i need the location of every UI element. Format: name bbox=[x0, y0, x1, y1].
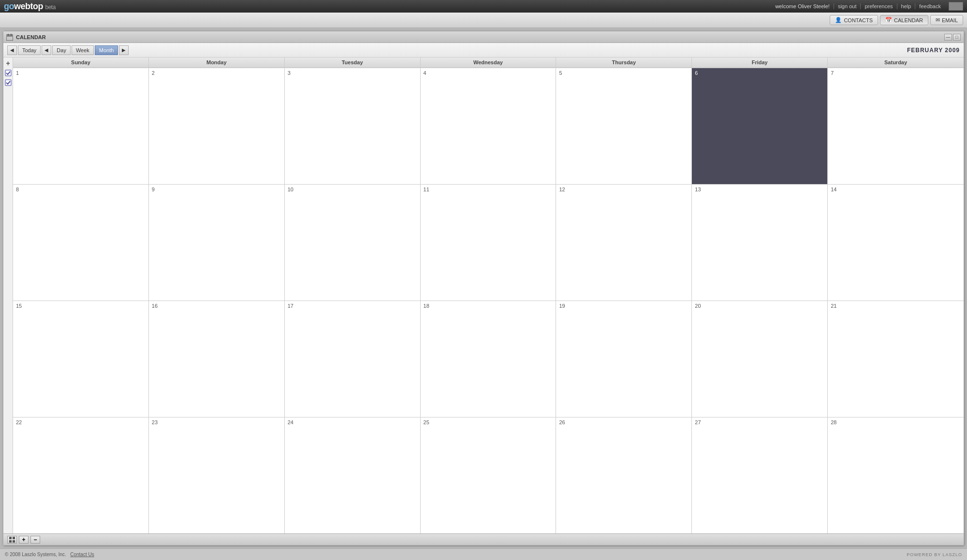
calendar-title-icon bbox=[6, 34, 13, 41]
day-cell-12[interactable]: 12 bbox=[556, 185, 692, 301]
day-cell-9[interactable]: 9 bbox=[149, 185, 285, 301]
day-cell-17[interactable]: 17 bbox=[285, 301, 421, 417]
week-view-button[interactable]: Week bbox=[72, 45, 94, 55]
zoom-out-button[interactable]: − bbox=[30, 536, 40, 544]
day-cell-14[interactable]: 14 bbox=[828, 185, 964, 301]
zoom-in-button[interactable]: + bbox=[19, 536, 29, 544]
day-cell-20[interactable]: 20 bbox=[692, 301, 828, 417]
svg-rect-5 bbox=[5, 80, 11, 86]
day-cell-5[interactable]: 5 bbox=[556, 68, 692, 184]
calendar-title: CALENDAR bbox=[6, 34, 46, 41]
window-controls: — □ bbox=[944, 34, 961, 41]
day-number-27: 27 bbox=[695, 419, 824, 425]
svg-rect-4 bbox=[5, 70, 11, 76]
logo: gowebtop beta bbox=[4, 1, 56, 12]
checkbox-icon-2[interactable] bbox=[4, 79, 12, 86]
help-link[interactable]: help bbox=[897, 3, 915, 9]
header-saturday: Saturday bbox=[828, 57, 964, 68]
day-number-16: 16 bbox=[152, 303, 281, 309]
day-view-button[interactable]: Day bbox=[52, 45, 71, 55]
day-cell-4[interactable]: 4 bbox=[421, 68, 557, 184]
header-thursday: Thursday bbox=[556, 57, 692, 68]
header-friday: Friday bbox=[692, 57, 828, 68]
checkbox-icon-1[interactable] bbox=[4, 69, 12, 77]
svg-rect-9 bbox=[13, 540, 15, 543]
maximize-button[interactable]: □ bbox=[953, 34, 961, 41]
day-cell-26[interactable]: 26 bbox=[556, 417, 692, 533]
day-cell-22[interactable]: 22 bbox=[13, 417, 149, 533]
calendar-grid: Sunday Monday Tuesday Wednesday Thursday… bbox=[13, 57, 964, 533]
prev-period-button[interactable]: ◀ bbox=[7, 45, 17, 55]
day-headers: Sunday Monday Tuesday Wednesday Thursday… bbox=[13, 57, 964, 68]
calendar-toolbar: ◀ Today ◀ Day Week Month ▶ FEBRUARY 2009 bbox=[3, 43, 964, 57]
day-number-9: 9 bbox=[152, 187, 281, 192]
day-cell-16[interactable]: 16 bbox=[149, 301, 285, 417]
day-cell-11[interactable]: 11 bbox=[421, 185, 557, 301]
feedback-link[interactable]: feedback bbox=[915, 3, 945, 9]
sidebar-panel: + bbox=[3, 57, 13, 533]
day-cell-25[interactable]: 25 bbox=[421, 417, 557, 533]
day-number-19: 19 bbox=[559, 303, 689, 309]
svg-rect-8 bbox=[9, 540, 12, 543]
day-cell-27[interactable]: 27 bbox=[692, 417, 828, 533]
day-number-21: 21 bbox=[831, 303, 961, 309]
month-view-button[interactable]: Month bbox=[95, 45, 118, 55]
day-number-10: 10 bbox=[288, 187, 417, 192]
day-cell-6[interactable]: 6 bbox=[692, 68, 828, 184]
logo-beta: beta bbox=[45, 4, 56, 11]
day-number-11: 11 bbox=[424, 187, 553, 192]
calendar-button[interactable]: 📅 CALENDAR bbox=[880, 15, 928, 25]
day-cell-18[interactable]: 18 bbox=[421, 301, 557, 417]
day-cell-24[interactable]: 24 bbox=[285, 417, 421, 533]
day-number-20: 20 bbox=[695, 303, 824, 309]
day-number-1: 1 bbox=[16, 70, 146, 76]
day-number-13: 13 bbox=[695, 187, 824, 192]
day-cell-23[interactable]: 23 bbox=[149, 417, 285, 533]
day-cell-1[interactable]: 1 bbox=[13, 68, 149, 184]
footer: © 2008 Laszlo Systems, Inc. Contact Us P… bbox=[0, 548, 967, 560]
day-cell-13[interactable]: 13 bbox=[692, 185, 828, 301]
weeks-container: 1234567891011121314151617181920212223242… bbox=[13, 68, 964, 533]
day-number-3: 3 bbox=[288, 70, 417, 76]
contact-us-link[interactable]: Contact Us bbox=[70, 552, 94, 557]
week-row-2: 891011121314 bbox=[13, 185, 964, 301]
day-cell-2[interactable]: 2 bbox=[149, 68, 285, 184]
day-cell-21[interactable]: 21 bbox=[828, 301, 964, 417]
today-button[interactable]: Today bbox=[18, 45, 41, 55]
day-cell-15[interactable]: 15 bbox=[13, 301, 149, 417]
svg-rect-6 bbox=[9, 537, 12, 539]
preferences-link[interactable]: preferences bbox=[860, 3, 896, 9]
day-cell-19[interactable]: 19 bbox=[556, 301, 692, 417]
bottom-bar: + − bbox=[3, 533, 964, 545]
footer-copyright: © 2008 Laszlo Systems, Inc. Contact Us bbox=[5, 552, 94, 557]
day-number-18: 18 bbox=[424, 303, 553, 309]
day-number-22: 22 bbox=[16, 419, 146, 425]
logo-go: go bbox=[4, 1, 14, 11]
grid-view-button[interactable] bbox=[7, 536, 17, 544]
contacts-label: CONTACTS bbox=[844, 17, 873, 23]
day-cell-8[interactable]: 8 bbox=[13, 185, 149, 301]
header-monday: Monday bbox=[149, 57, 285, 68]
calendar-body: + Sunday bbox=[3, 57, 964, 533]
day-number-24: 24 bbox=[288, 419, 417, 425]
top-bar: gowebtop beta welcome Oliver Steele! sig… bbox=[0, 0, 967, 13]
day-number-7: 7 bbox=[831, 70, 961, 76]
email-label: EMAIL bbox=[942, 17, 958, 23]
day-cell-10[interactable]: 10 bbox=[285, 185, 421, 301]
email-button[interactable]: ✉ EMAIL bbox=[930, 15, 963, 25]
day-cell-7[interactable]: 7 bbox=[828, 68, 964, 184]
next-month-button[interactable]: ▶ bbox=[119, 45, 129, 55]
day-number-14: 14 bbox=[831, 187, 961, 192]
add-event-button[interactable]: + bbox=[4, 59, 12, 67]
contacts-button[interactable]: 👤 CONTACTS bbox=[830, 15, 878, 25]
minimize-button[interactable]: — bbox=[944, 34, 952, 41]
day-number-26: 26 bbox=[559, 419, 689, 425]
day-number-15: 15 bbox=[16, 303, 146, 309]
day-cell-3[interactable]: 3 bbox=[285, 68, 421, 184]
welcome-text: welcome Oliver Steele! bbox=[775, 3, 830, 9]
svg-rect-1 bbox=[6, 35, 13, 37]
prev-month-button[interactable]: ◀ bbox=[42, 45, 51, 55]
day-cell-28[interactable]: 28 bbox=[828, 417, 964, 533]
app-toolbar: 👤 CONTACTS 📅 CALENDAR ✉ EMAIL bbox=[0, 13, 967, 28]
sign-out-link[interactable]: sign out bbox=[834, 3, 861, 9]
